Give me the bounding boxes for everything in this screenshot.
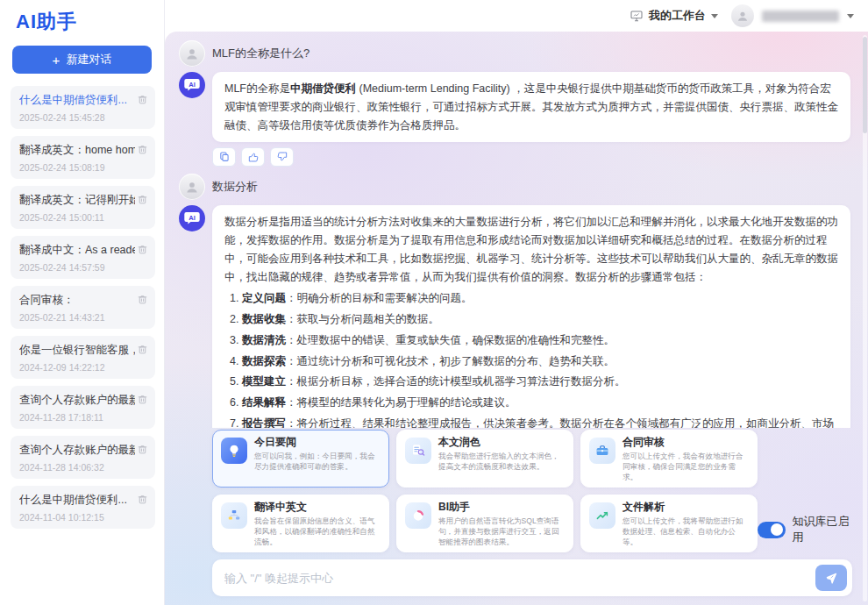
feature-card[interactable]: 本文润色我会帮助您进行您输入的文本润色，提高文本的流畅度和表达效果。 [396, 430, 573, 488]
copy-icon[interactable] [212, 147, 236, 167]
bi-icon [405, 502, 431, 529]
card-body: 合同审核您可以上传文件，我会有效地进行合同审核，确保合同满足您的业务需求。 [623, 435, 749, 482]
conversation-title: 什么是中期借贷便利... [19, 493, 135, 508]
knowledge-base-toggle: 知识库已启用 [758, 514, 852, 545]
scrollbar-thumb[interactable] [863, 37, 867, 133]
main-column: 我的工作台 MLF的全称是什么? AI [165, 0, 868, 605]
svg-text:AI: AI [189, 81, 196, 89]
analysis-intro: 数据分析是指用适当的统计分析方法对收集来的大量数据进行分析，将它们加以汇总和理解… [224, 216, 838, 282]
thumbs-down-icon[interactable] [270, 147, 294, 167]
card-title: 翻译中英文 [254, 500, 381, 515]
delete-conversation-icon[interactable] [137, 244, 148, 255]
conversation-title: 查询个人存款账户的最新... [19, 443, 135, 458]
topbar: 我的工作台 [165, 0, 868, 32]
card-title: 今日要闻 [254, 435, 381, 450]
conversation-timestamp: 2025-02-21 14:43:21 [19, 312, 146, 323]
conversation-item[interactable]: 你是一位银行智能客服，...2024-12-09 14:22:12 [11, 336, 155, 379]
analysis-step: 数据清洗：处理数据中的错误、重复或缺失值，确保数据的准确性和完整性。 [242, 331, 838, 350]
conversation-timestamp: 2025-02-24 15:08:19 [19, 162, 146, 173]
message-input[interactable] [224, 572, 815, 585]
new-chat-label: 新建对话 [66, 52, 111, 68]
conversation-item[interactable]: 合同审核：2025-02-21 14:43:21 [11, 286, 155, 329]
card-description: 我会帮助您进行您输入的文本润色，提高文本的流畅度和表达效果。 [438, 451, 565, 472]
card-body: 文件解析您可以上传文件，我将帮助您进行如数据处理、信息检索、自动化办公等。 [623, 500, 749, 547]
conversation-item[interactable]: 翻译成英文：home home2025-02-24 15:08:19 [11, 136, 155, 179]
assistant-avatar: AI [179, 72, 205, 98]
new-chat-button[interactable]: + 新建对话 [12, 46, 152, 74]
step-title: 结果解释 [242, 396, 286, 409]
answer-text: MLF的全称是 [224, 82, 290, 95]
feature-card[interactable]: 翻译中英文我会旨在保留原始信息的含义、语气和风格，以确保翻译的准确性和自然流畅。 [212, 495, 389, 552]
card-description: 您可以问我，例如：今日要闻，我会尽力提供准确和可靠的答案。 [254, 451, 381, 472]
conversation-item[interactable]: 查询个人存款账户的最新...2024-11-28 17:18:11 [11, 386, 155, 429]
user-avatar[interactable] [731, 4, 754, 27]
toggle-switch[interactable] [758, 522, 786, 538]
delete-conversation-icon[interactable] [137, 94, 148, 105]
user-message-avatar [179, 40, 205, 67]
chevron-down-icon[interactable] [847, 14, 854, 18]
conversation-title: 查询个人存款账户的最新... [19, 393, 135, 408]
conversation-item[interactable]: 查询个人存款账户的最新...2024-11-28 14:06:32 [11, 436, 155, 479]
assistant-message-bubble: 数据分析是指用适当的统计分析方法对收集来的大量数据进行分析，将它们加以汇总和理解… [212, 205, 850, 428]
step-title: 报告撰写 [242, 417, 286, 428]
conversation-title: 翻译成英文：记得刚开始... [19, 193, 135, 208]
step-title: 定义问题 [242, 292, 286, 304]
bulb-icon [221, 438, 247, 464]
delete-conversation-icon[interactable] [137, 444, 148, 455]
conversation-title: 翻译成中文：As a reader... [19, 243, 135, 258]
message-actions [212, 147, 861, 167]
step-title: 数据收集 [242, 313, 286, 325]
sidebar: AI助手 + 新建对话 什么是中期借贷便利...2025-02-24 15:45… [0, 0, 165, 605]
step-title: 数据清洗 [242, 334, 286, 346]
polish-icon [405, 438, 431, 464]
send-button[interactable] [815, 565, 847, 591]
conversation-item[interactable]: 什么是中期借贷便利...2025-02-24 15:45:28 [11, 86, 155, 129]
chat-messages: MLF的全称是什么? AI MLF的全称是中期借贷便利 (Medium-term… [179, 40, 861, 428]
delete-conversation-icon[interactable] [137, 394, 148, 405]
conversation-title: 合同审核： [19, 293, 135, 308]
user-message: MLF的全称是什么? [179, 40, 861, 67]
delete-conversation-icon[interactable] [137, 194, 148, 205]
app-window: AI助手 + 新建对话 什么是中期借贷便利...2025-02-24 15:45… [0, 0, 868, 605]
feature-card[interactable]: 合同审核您可以上传文件，我会有效地进行合同审核，确保合同满足您的业务需求。 [580, 430, 758, 488]
conversation-item[interactable]: 什么是中期借贷便利...2024-11-04 10:12:15 [11, 486, 155, 529]
translate-icon [221, 502, 247, 529]
workspace-menu[interactable]: 我的工作台 [630, 8, 718, 24]
analysis-step: 数据探索：通过统计分析和可视化技术，初步了解数据的分布、趋势和关联。 [242, 352, 838, 371]
conversation-item[interactable]: 翻译成中文：As a reader...2025-02-24 14:57:59 [11, 236, 155, 279]
composer-bar [212, 559, 852, 596]
toggle-label: 知识库已启用 [793, 514, 852, 545]
card-description: 您可以上传文件，我将帮助您进行如数据处理、信息检索、自动化办公等。 [623, 516, 749, 547]
card-description: 您可以上传文件，我会有效地进行合同审核，确保合同满足您的业务需求。 [623, 451, 749, 482]
contract-icon [589, 438, 615, 464]
answer-bold-term: 中期借贷便利 [290, 82, 356, 95]
scrollbar[interactable] [863, 35, 867, 601]
delete-conversation-icon[interactable] [137, 494, 148, 505]
analysis-step: 数据收集：获取与分析问题相关的数据。 [242, 310, 838, 329]
plus-icon: + [53, 53, 60, 67]
card-title: 文件解析 [623, 500, 749, 515]
user-message-text: MLF的全称是什么? [212, 46, 309, 61]
delete-conversation-icon[interactable] [137, 144, 148, 155]
thumbs-up-icon[interactable] [241, 147, 265, 167]
card-body: 翻译中英文我会旨在保留原始信息的含义、语气和风格，以确保翻译的准确性和自然流畅。 [254, 500, 381, 547]
chevron-down-icon [711, 14, 718, 18]
step-title: 数据探索 [242, 355, 286, 367]
step-title: 模型建立 [242, 375, 286, 388]
feature-card[interactable]: 今日要闻您可以问我，例如：今日要闻，我会尽力提供准确和可靠的答案。 [212, 430, 389, 488]
monitor-icon [630, 9, 644, 23]
assistant-message: AI MLF的全称是中期借贷便利 (Medium-term Lending Fa… [179, 72, 861, 142]
file-icon [589, 502, 615, 529]
delete-conversation-icon[interactable] [137, 344, 148, 355]
svg-text:AI: AI [189, 214, 196, 222]
delete-conversation-icon[interactable] [137, 294, 148, 305]
assistant-message: AI 数据分析是指用适当的统计分析方法对收集来的大量数据进行分析，将它们加以汇总… [179, 205, 861, 428]
conversation-item[interactable]: 翻译成英文：记得刚开始...2025-02-24 15:00:11 [11, 186, 155, 229]
user-message: 数据分析 [179, 174, 861, 200]
analysis-step: 结果解释：将模型的结果转化为易于理解的结论或建议。 [242, 394, 838, 412]
feature-card[interactable]: 文件解析您可以上传文件，我将帮助您进行如数据处理、信息检索、自动化办公等。 [580, 495, 758, 552]
conversation-title: 翻译成英文：home home [19, 143, 135, 158]
analysis-step: 模型建立：根据分析目标，选择合适的统计模型或机器学习算法进行数据分析。 [242, 373, 838, 391]
feature-card[interactable]: BI助手将用户的自然语言转化为SQL查询语句，并直接与数据库进行交互，返回智能推… [396, 495, 573, 552]
card-title: 本文润色 [438, 435, 565, 450]
